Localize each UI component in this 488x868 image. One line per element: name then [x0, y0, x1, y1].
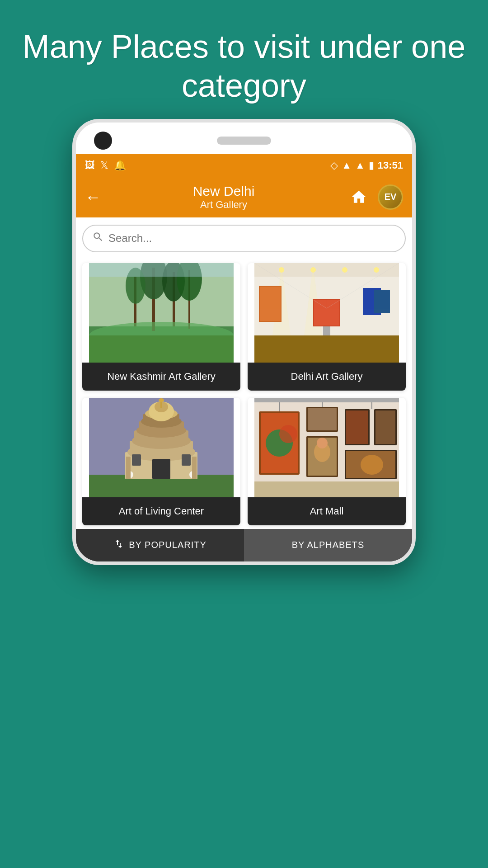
sort-icon	[113, 538, 124, 552]
svg-rect-23	[260, 287, 281, 321]
twitter-status-icon: 𝕏	[100, 160, 108, 171]
home-icon	[350, 189, 367, 206]
notification-status-icon: 🔔	[114, 160, 126, 171]
svg-rect-49	[182, 454, 191, 466]
phone-camera	[94, 132, 112, 150]
place-card-art-mall[interactable]: Art Mall	[248, 398, 406, 525]
place-card-art-living[interactable]: Art of Living Center	[82, 398, 240, 525]
search-bar[interactable]	[82, 225, 406, 252]
search-input[interactable]	[108, 232, 396, 245]
svg-rect-76	[254, 398, 399, 402]
places-grid: New Kashmir Art Gallery	[76, 259, 412, 529]
svg-rect-55	[254, 481, 399, 497]
home-button[interactable]	[346, 184, 371, 210]
hero-title: Many Places to visit under one category	[18, 27, 470, 105]
bottom-sort-bar: BY POPULARITY BY ALPHABETS	[76, 529, 412, 561]
svg-rect-28	[374, 290, 390, 313]
svg-point-19	[374, 267, 379, 273]
app-bar-title-group: New Delhi Art Gallery	[101, 184, 346, 211]
phone-speaker	[217, 137, 271, 145]
status-icons-left: 🖼 𝕏 🔔	[85, 160, 126, 171]
status-time: 13:51	[378, 160, 403, 171]
svg-rect-69	[375, 410, 395, 444]
place-image-temple	[82, 398, 240, 497]
svg-point-72	[361, 455, 383, 475]
phone-frame: 🖼 𝕏 🔔 ◇ ▲ ▲ ▮ 13:51 ← New Delhi Art Gall…	[72, 119, 416, 565]
svg-rect-25	[314, 300, 339, 326]
sort-by-popularity-button[interactable]: BY POPULARITY	[76, 529, 244, 561]
place-image-forest	[82, 263, 240, 363]
place-image-art-mall	[248, 398, 406, 497]
svg-rect-11	[89, 335, 234, 363]
place-card-delhi-art[interactable]: Delhi Art Gallery	[248, 263, 406, 391]
sort-popularity-label: BY POPULARITY	[129, 540, 206, 550]
app-bar-city: New Delhi	[101, 184, 346, 199]
location-icon: ◇	[330, 160, 338, 171]
svg-point-65	[317, 438, 328, 448]
image-status-icon: 🖼	[85, 160, 95, 171]
svg-point-16	[279, 267, 284, 273]
place-label-art-mall: Art Mall	[248, 497, 406, 525]
sort-alphabets-label: BY ALPHABETS	[292, 540, 365, 550]
svg-rect-61	[308, 408, 337, 430]
place-label-art-living: Art of Living Center	[82, 497, 240, 525]
status-bar: 🖼 𝕏 🔔 ◇ ▲ ▲ ▮ 13:51	[76, 154, 412, 177]
signal-icon: ▲	[342, 160, 352, 171]
place-card-new-kashmir[interactable]: New Kashmir Art Gallery	[82, 263, 240, 391]
svg-point-46	[159, 398, 164, 402]
svg-rect-47	[152, 459, 170, 479]
svg-point-59	[279, 425, 297, 443]
place-label-delhi-art: Delhi Art Gallery	[248, 363, 406, 391]
app-bar-icons-right: EV	[346, 184, 403, 210]
search-container	[76, 217, 412, 259]
battery-icon: ▮	[369, 160, 374, 171]
svg-rect-67	[346, 410, 368, 444]
app-bar-category: Art Gallery	[101, 199, 346, 211]
svg-rect-14	[254, 335, 399, 363]
search-icon	[92, 231, 104, 246]
sort-by-alphabets-button[interactable]: BY ALPHABETS	[244, 529, 412, 561]
svg-rect-53	[192, 457, 197, 479]
signal-full-icon: ▲	[355, 160, 365, 171]
status-icons-right: ◇ ▲ ▲ ▮ 13:51	[330, 160, 403, 171]
hero-section: Many Places to visit under one category	[0, 0, 488, 119]
place-label-new-kashmir: New Kashmir Art Gallery	[82, 363, 240, 391]
logo-badge[interactable]: EV	[378, 184, 403, 210]
svg-point-18	[342, 267, 347, 273]
svg-rect-52	[126, 457, 131, 479]
place-image-gallery	[248, 263, 406, 363]
svg-point-17	[310, 267, 316, 273]
svg-rect-12	[89, 263, 234, 277]
svg-rect-48	[132, 454, 141, 466]
back-button[interactable]: ←	[85, 188, 101, 207]
phone-top-decoration	[76, 123, 412, 154]
svg-rect-26	[323, 326, 330, 335]
app-bar: ← New Delhi Art Gallery EV	[76, 177, 412, 217]
